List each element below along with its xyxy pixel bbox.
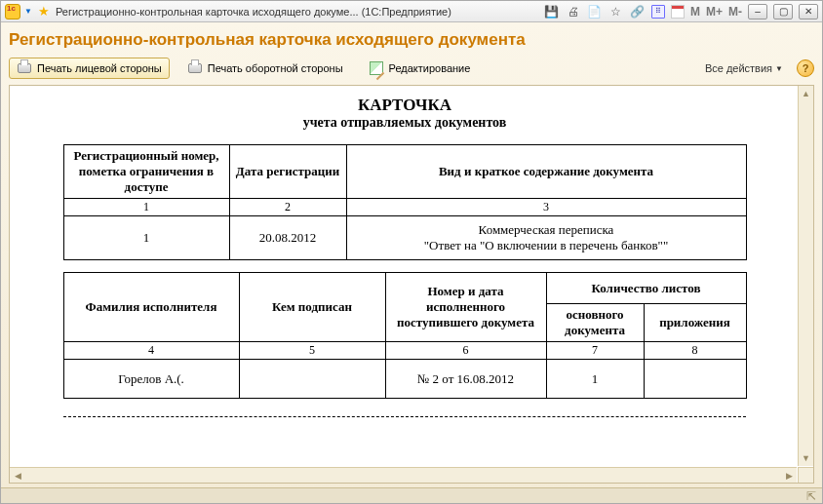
memory-mplus-button[interactable]: M+ <box>706 5 723 19</box>
calendar-icon[interactable] <box>671 5 685 19</box>
t2-colnum-8: 8 <box>644 342 746 360</box>
doc-title: КАРТОЧКА <box>13 96 797 115</box>
close-button[interactable]: ✕ <box>799 4 818 19</box>
link-icon[interactable]: 🔗 <box>630 4 646 19</box>
t1-header-kind: Вид и краткое содержание документа <box>346 145 746 199</box>
t1-header-regdate: Дата регистрации <box>229 145 346 199</box>
t1-value-regdate: 20.08.2012 <box>229 216 346 260</box>
page-title: Регистрационно-контрольная карточка исхо… <box>9 30 814 50</box>
t2-value-executor: Горелов А.(. <box>63 360 239 399</box>
minimize-button[interactable]: – <box>748 4 767 19</box>
all-actions-dropdown[interactable]: Все действия ▼ <box>705 62 783 74</box>
app-menu-dropdown-icon[interactable]: ▼ <box>24 7 32 16</box>
toolbar: Печать лицевой стороны Печать оборотной … <box>9 58 814 79</box>
t2-header-attach-sheets: приложения <box>644 304 746 342</box>
bookmark-star-icon[interactable]: ☆ <box>608 4 624 19</box>
app-window: ▼ ★ Регистрационно-контрольная карточка … <box>0 0 823 504</box>
t2-colnum-4: 4 <box>63 342 239 360</box>
t1-kind-line1: Коммерческая переписка <box>351 222 742 238</box>
t2-value-main-sheets: 1 <box>546 360 644 399</box>
window-title: Регистрационно-контрольная карточка исхо… <box>56 6 540 18</box>
document-viewport[interactable]: КАРТОЧКА учета отправляемых документов Р… <box>13 86 797 466</box>
scroll-left-icon[interactable]: ◀ <box>10 468 25 483</box>
print-front-label: Печать лицевой стороны <box>37 62 162 74</box>
memory-mminus-button[interactable]: M- <box>728 5 742 19</box>
edit-icon <box>369 60 384 76</box>
print-front-button[interactable]: Печать лицевой стороны <box>9 58 170 79</box>
t2-value-exec-docnum: № 2 от 16.08.2012 <box>385 360 546 399</box>
document-icon[interactable]: 📄 <box>587 4 603 19</box>
dashed-separator <box>63 416 746 417</box>
printer-icon <box>187 60 203 76</box>
titlebar: ▼ ★ Регистрационно-контрольная карточка … <box>1 1 822 22</box>
t2-header-exec-docnum: Номер и дата исполненного поступившего д… <box>385 273 546 342</box>
memory-m-button[interactable]: M <box>690 5 700 19</box>
t1-colnum-1: 1 <box>63 199 229 216</box>
t2-colnum-5: 5 <box>239 342 385 360</box>
save-disk-icon[interactable]: 💾 <box>544 4 560 19</box>
t1-kind-line2: "Ответ на "О включении в перечень банков… <box>351 238 742 253</box>
maximize-button[interactable]: ▢ <box>773 4 793 19</box>
scroll-right-icon[interactable]: ▶ <box>781 468 797 483</box>
card-table-1: Регистрационный номер, пометка ограничен… <box>63 144 747 260</box>
t2-header-executor: Фамилия исполнителя <box>63 273 239 342</box>
doc-subtitle: учета отправляемых документов <box>13 115 797 131</box>
edit-button[interactable]: Редактирование <box>361 58 479 79</box>
scroll-corner <box>798 467 813 483</box>
content-area: Регистрационно-контрольная карточка исхо… <box>1 22 822 487</box>
horizontal-scrollbar[interactable]: ◀ ▶ <box>10 467 797 483</box>
t2-header-main-sheets: основного документа <box>546 304 644 342</box>
calculator-icon[interactable]: ⠿ <box>651 5 665 19</box>
titlebar-icons: 💾 🖨 📄 ☆ 🔗 ⠿ M M+ M- – ▢ ✕ <box>544 4 818 19</box>
document-panel: КАРТОЧКА учета отправляемых документов Р… <box>9 85 814 484</box>
t2-value-attach-sheets <box>644 360 746 399</box>
print-back-label: Печать оборотной стороны <box>208 62 343 74</box>
t1-header-regnum: Регистрационный номер, пометка ограничен… <box>63 145 229 199</box>
resize-grip-icon[interactable]: ⇱ <box>806 489 816 503</box>
t2-colnum-7: 7 <box>546 342 644 360</box>
statusbar: ⇱ <box>1 487 822 503</box>
help-button[interactable]: ? <box>797 59 814 77</box>
t1-value-kind: Коммерческая переписка "Ответ на "О вклю… <box>346 216 746 260</box>
chevron-down-icon: ▼ <box>775 64 783 73</box>
t1-colnum-3: 3 <box>346 199 746 216</box>
print-back-button[interactable]: Печать оборотной стороны <box>179 58 351 79</box>
vertical-scrollbar[interactable]: ▲ ▼ <box>798 86 813 466</box>
t2-value-signed <box>239 360 385 399</box>
app-logo-icon <box>5 4 20 19</box>
t2-header-sheets: Количество листов <box>546 273 746 304</box>
card-table-2: Фамилия исполнителя Кем подписан Номер и… <box>63 272 747 399</box>
edit-label: Редактирование <box>389 62 471 74</box>
printer-icon <box>17 60 32 76</box>
favorite-star-icon[interactable]: ★ <box>36 4 52 19</box>
print-icon[interactable]: 🖨 <box>566 4 581 19</box>
t2-colnum-6: 6 <box>385 342 546 360</box>
scroll-up-icon[interactable]: ▲ <box>799 86 813 101</box>
t1-colnum-2: 2 <box>229 199 346 216</box>
all-actions-label: Все действия <box>705 62 772 74</box>
scroll-down-icon[interactable]: ▼ <box>799 450 813 466</box>
t1-value-regnum: 1 <box>63 216 229 260</box>
t2-header-signed: Кем подписан <box>239 273 385 342</box>
